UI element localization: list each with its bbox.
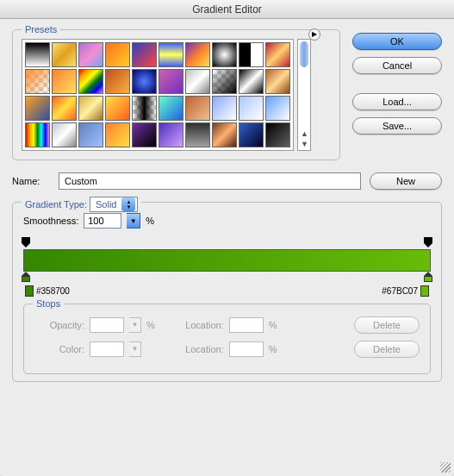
color-stop-right[interactable]: [424, 272, 432, 282]
preset-swatch[interactable]: [78, 42, 103, 67]
hex-labels-row: #358700 #67BC07: [23, 285, 431, 297]
preset-swatch[interactable]: [159, 122, 183, 147]
smoothness-row: Smoothness: ▼ %: [23, 213, 431, 229]
name-input[interactable]: [59, 172, 361, 190]
preset-swatch[interactable]: [132, 122, 157, 147]
gradient-preview-area: #358700 #67BC07: [23, 237, 431, 297]
color-dropdown-icon: ▼: [129, 341, 141, 357]
smoothness-dropdown-icon[interactable]: ▼: [127, 213, 140, 229]
presets-grid: [22, 39, 294, 151]
opacity-label: Opacity:: [34, 320, 84, 330]
new-button[interactable]: New: [370, 172, 442, 190]
preset-swatch[interactable]: [52, 42, 77, 67]
preset-swatch[interactable]: [78, 122, 103, 147]
preset-swatch[interactable]: [159, 69, 183, 94]
color-location-input: [229, 341, 264, 357]
name-label: Name:: [12, 176, 50, 186]
preset-swatch[interactable]: [265, 69, 290, 94]
preset-swatch[interactable]: [52, 122, 77, 147]
scrollbar-thumb[interactable]: [300, 41, 308, 67]
scroll-up-icon[interactable]: ▲: [301, 129, 308, 138]
end-color-chip: [420, 285, 429, 297]
opacity-stop-row: Opacity: ▼ % Location: % Delete: [34, 316, 420, 334]
ok-button[interactable]: OK: [352, 33, 442, 50]
select-arrows-icon: ▲▼: [121, 197, 135, 211]
opacity-stop-left[interactable]: [22, 237, 30, 247]
preset-swatch[interactable]: [212, 42, 237, 67]
presets-fieldset: Presets ▶ ▲ ▼: [12, 29, 340, 160]
color-stop-left[interactable]: [22, 272, 30, 282]
preset-swatch[interactable]: [52, 96, 77, 121]
cancel-button[interactable]: Cancel: [352, 57, 442, 74]
preset-swatch[interactable]: [159, 96, 183, 121]
start-color-chip: [25, 285, 34, 297]
presets-legend: Presets: [22, 24, 60, 34]
window-title: Gradient Editor: [0, 0, 454, 19]
preset-swatch[interactable]: [105, 42, 130, 67]
color-label: Color:: [34, 344, 84, 354]
color-stops-track[interactable]: [23, 272, 431, 284]
color-delete-button: Delete: [354, 341, 420, 358]
preset-swatch[interactable]: [105, 122, 130, 147]
preset-swatch[interactable]: [25, 96, 50, 121]
resize-grip-icon[interactable]: [440, 462, 451, 473]
preset-swatch[interactable]: [185, 69, 210, 94]
smoothness-label: Smoothness:: [23, 216, 78, 226]
stops-legend: Stops: [33, 298, 64, 309]
preset-swatch[interactable]: [212, 69, 237, 94]
gradient-type-label: Gradient Type:: [25, 199, 87, 210]
opacity-location-label: Location:: [172, 320, 224, 330]
preset-swatch[interactable]: [265, 122, 290, 147]
gradient-type-row: Gradient Type: Solid ▲▼: [22, 197, 141, 212]
preset-swatch[interactable]: [239, 122, 264, 147]
color-stop-row: Color: ▼ % Location: % Delete: [34, 341, 420, 358]
preset-swatch[interactable]: [132, 69, 157, 94]
end-hex-label: #67BC07: [382, 286, 418, 296]
preset-swatch[interactable]: [25, 122, 50, 147]
preset-swatch[interactable]: [185, 122, 210, 147]
start-hex-label: #358700: [36, 286, 70, 296]
opacity-stop-right[interactable]: [424, 237, 432, 247]
preset-swatch[interactable]: [185, 96, 210, 121]
preset-swatch[interactable]: [159, 42, 183, 67]
gradient-type-value: Solid: [96, 199, 116, 210]
gradient-editor-window: Gradient Editor Presets ▶ ▲ ▼ OK Cancel: [0, 0, 454, 476]
color-input: [90, 341, 124, 357]
stops-fieldset: Stops Opacity: ▼ % Location: % Delete Co…: [23, 304, 431, 374]
opacity-location-pct: %: [269, 320, 277, 330]
preset-swatch[interactable]: [25, 69, 50, 94]
preset-swatch[interactable]: [212, 96, 237, 121]
opacity-location-input: [229, 317, 264, 333]
preset-swatch[interactable]: [265, 96, 290, 121]
preset-swatch[interactable]: [185, 42, 210, 67]
preset-swatch[interactable]: [239, 96, 264, 121]
load-button[interactable]: Load...: [352, 93, 442, 110]
preset-swatch[interactable]: [105, 69, 130, 94]
preset-swatch[interactable]: [132, 42, 157, 67]
scroll-down-icon[interactable]: ▼: [301, 140, 308, 148]
preset-swatch[interactable]: [52, 69, 77, 94]
preset-swatch[interactable]: [25, 42, 50, 67]
save-button[interactable]: Save...: [352, 117, 442, 135]
opacity-input: [90, 317, 124, 333]
gradient-bar[interactable]: [23, 249, 431, 272]
presets-scrollbar[interactable]: ▲ ▼: [297, 39, 311, 151]
preset-swatch[interactable]: [239, 69, 264, 94]
preset-swatch[interactable]: [265, 42, 290, 67]
opacity-delete-button: Delete: [354, 316, 420, 334]
opacity-dropdown-icon: ▼: [129, 317, 141, 333]
gradient-type-fieldset: Gradient Type: Solid ▲▼ Smoothness: ▼ %: [12, 202, 442, 382]
opacity-stops-track[interactable]: [23, 237, 431, 249]
color-location-label: Location:: [172, 344, 224, 354]
preset-swatch[interactable]: [78, 69, 103, 94]
preset-swatch[interactable]: [212, 122, 237, 147]
preset-swatch[interactable]: [239, 42, 264, 67]
color-location-pct: %: [269, 344, 277, 354]
preset-swatch[interactable]: [132, 96, 157, 121]
gradient-type-select[interactable]: Solid ▲▼: [90, 197, 138, 212]
content-area: Presets ▶ ▲ ▼ OK Cancel Load... Save...: [0, 19, 454, 476]
smoothness-input[interactable]: [84, 213, 121, 229]
smoothness-unit: %: [146, 216, 154, 226]
preset-swatch[interactable]: [78, 96, 103, 121]
preset-swatch[interactable]: [105, 96, 130, 121]
